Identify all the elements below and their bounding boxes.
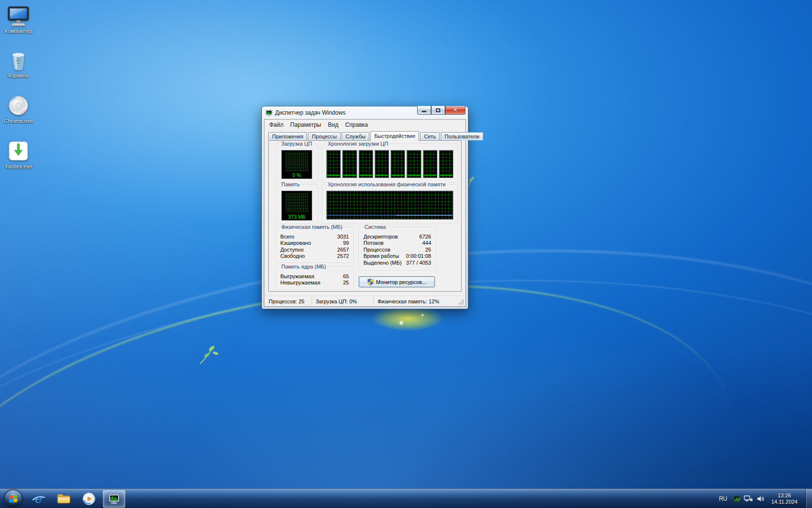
info-value: 444	[422, 240, 431, 246]
memory-free-row: Свободно 2572	[280, 253, 349, 260]
info-value: 99	[343, 240, 349, 246]
cpu-history-graphs	[326, 150, 453, 178]
info-value: 25	[343, 280, 349, 285]
desktop-icon-yandex-exe[interactable]: Yandex.exe	[0, 139, 37, 169]
system-threads-row: Потоков 444	[363, 240, 431, 247]
cpu-history-panel	[326, 150, 341, 178]
windows-orb-icon	[4, 490, 22, 508]
cpu-usage-value: 0 %	[282, 172, 312, 178]
maximize-button[interactable]	[431, 106, 445, 115]
status-physical-memory: Физическая память: 12%	[374, 297, 459, 305]
menu-help[interactable]: Справка	[342, 120, 371, 129]
physical-memory-group: Физическая память (МБ) Всего 3031 Кэширо…	[276, 227, 354, 263]
language-indicator[interactable]: RU	[716, 495, 730, 502]
cpu-history-panel	[342, 150, 357, 178]
desktop-icon-recycle-bin[interactable]: Корзина	[0, 48, 37, 78]
cpu-history-group-title: Хронология загрузки ЦП	[326, 141, 390, 147]
cpu-usage-group-title: Загрузка ЦП	[280, 141, 314, 147]
taskbar-item-file-explorer[interactable]	[51, 489, 76, 508]
kernel-memory-group: Память ядра (МБ) Выгружаемая 65 Невыгруж…	[276, 267, 354, 290]
system-tray: RU	[716, 489, 812, 508]
memory-history-group-title: Хронология использования физической памя…	[326, 181, 447, 188]
desktop-icon-chrome-exe[interactable]: Chrome.exe	[0, 94, 37, 124]
info-value: 0:00:01:08	[406, 253, 431, 259]
close-button[interactable]: ✕	[445, 106, 465, 115]
uac-shield-icon	[367, 278, 374, 285]
tab-users[interactable]: Пользователи	[441, 132, 483, 140]
info-label: Всего	[280, 234, 294, 239]
info-value: 2657	[337, 247, 349, 253]
internet-explorer-icon: e	[31, 492, 46, 506]
cpu-history-panel	[423, 150, 437, 178]
minimize-button[interactable]	[417, 106, 431, 115]
task-manager-icon	[265, 109, 273, 117]
info-value: 6726	[420, 234, 431, 239]
status-bar: Процессов: 25 Загрузка ЦП: 0% Физическая…	[264, 296, 465, 306]
system-commit-row: Выделено (МБ) 377 / 4053	[363, 259, 431, 266]
task-manager-window: Диспетчер задач Windows ✕ Файл Параметры…	[261, 106, 468, 309]
tray-network-icon[interactable]	[744, 489, 754, 508]
maximize-icon	[436, 108, 440, 112]
minimize-icon	[422, 111, 426, 112]
tab-processes[interactable]: Процессы	[308, 132, 340, 140]
memory-gauge: 373 МБ	[281, 191, 312, 221]
resource-monitor-button[interactable]: Монитор ресурсов...	[359, 276, 435, 287]
memory-gauge-group-title: Память	[280, 181, 301, 188]
desktop-icon-label: Chrome.exe	[4, 118, 33, 124]
menu-view[interactable]: Вид	[324, 120, 342, 129]
tab-strip: Приложения Процессы Службы Быстродействи…	[264, 129, 465, 140]
cpu-history-panel	[359, 150, 373, 178]
memory-gauge-value: 373 МБ	[282, 214, 312, 220]
recycle-bin-icon	[7, 48, 30, 72]
tray-cpu-meter-icon[interactable]	[732, 489, 742, 508]
show-desktop-button[interactable]	[806, 489, 812, 508]
folder-icon	[57, 493, 71, 505]
info-value: 3031	[337, 234, 349, 239]
clock-date: 14.11.2024	[771, 499, 798, 505]
cpu-history-group: Хронология загрузки ЦП	[322, 144, 458, 182]
desktop-icon-label: Корзина	[8, 73, 29, 78]
desktop-icon-computer[interactable]: Компьютер	[0, 4, 37, 34]
kernel-paged-row: Выгружаемая 65	[280, 273, 349, 280]
taskbar-item-task-manager[interactable]	[103, 490, 125, 508]
system-uptime-row: Время работы 0:00:01:08	[363, 253, 431, 260]
cpu-usage-group: Загрузка ЦП 0 %	[276, 144, 318, 182]
menu-file[interactable]: Файл	[266, 120, 287, 129]
memory-gauge-led-area	[285, 193, 308, 212]
status-processes: Процессов: 25	[265, 297, 312, 305]
system-handles-row: Дескрипторов 6726	[363, 233, 431, 240]
taskbar-clock[interactable]: 13:26 14.11.2024	[767, 493, 802, 505]
kernel-memory-group-title: Память ядра (МБ)	[280, 264, 328, 270]
taskbar-item-internet-explorer[interactable]: e	[26, 489, 51, 508]
tab-performance[interactable]: Быстродействие	[370, 131, 419, 141]
window-body: Файл Параметры Вид Справка Приложения Пр…	[264, 119, 466, 307]
cpu-history-panel	[406, 150, 421, 178]
close-icon: ✕	[453, 107, 457, 113]
wallpaper-flower-glow: ✻ ✦	[371, 306, 444, 331]
info-label: Кэшировано	[280, 240, 311, 246]
window-titlebar[interactable]: Диспетчер задач Windows ✕	[264, 106, 466, 119]
system-processes-row: Процессов 25	[363, 246, 431, 253]
download-arrow-icon	[7, 139, 30, 163]
memory-gauge-group: Память 373 МБ	[276, 184, 318, 224]
taskbar: e	[0, 489, 812, 508]
taskbar-item-media-player[interactable]	[76, 489, 102, 508]
memory-cached-row: Кэшировано 99	[280, 240, 349, 247]
menu-options[interactable]: Параметры	[287, 120, 325, 129]
resize-grip[interactable]	[458, 299, 464, 305]
tab-networking[interactable]: Сеть	[420, 132, 439, 140]
info-label: Время работы	[363, 253, 399, 259]
tray-volume-icon[interactable]	[755, 489, 765, 508]
memory-history-group: Хронология использования физической памя…	[322, 184, 458, 224]
info-value: 377 / 4053	[406, 260, 431, 266]
clock-time: 13:26	[771, 493, 798, 499]
kernel-nonpaged-row: Невыгружаемая 25	[280, 280, 349, 286]
tab-applications[interactable]: Приложения	[268, 132, 307, 140]
wallpaper-leaf-decoration	[197, 343, 222, 366]
resource-monitor-label: Монитор ресурсов...	[376, 279, 426, 285]
tab-services[interactable]: Службы	[342, 132, 370, 140]
menu-bar: Файл Параметры Вид Справка	[264, 120, 465, 129]
cpu-history-panel	[391, 150, 405, 178]
start-button[interactable]	[0, 489, 26, 508]
cpu-history-panel	[375, 150, 389, 178]
